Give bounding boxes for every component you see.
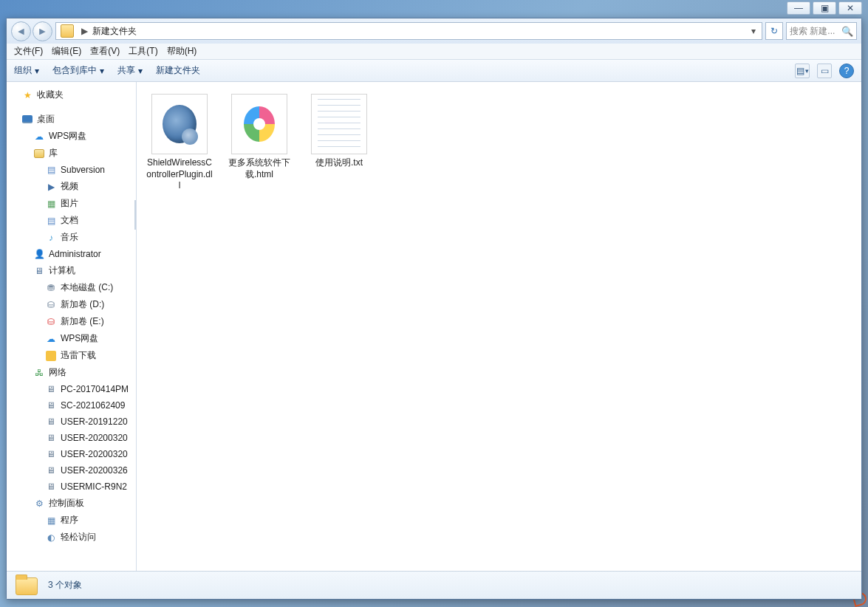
file-item[interactable]: 使用说明.txt bbox=[302, 91, 376, 195]
refresh-button[interactable]: ↻ bbox=[765, 22, 783, 40]
back-button[interactable]: ◄ bbox=[11, 21, 31, 41]
video-icon: ▶ bbox=[45, 181, 57, 193]
tree-library[interactable]: 库 bbox=[7, 145, 136, 162]
forward-button[interactable]: ► bbox=[33, 21, 52, 41]
navigation-pane[interactable]: ★收藏夹 桌面 ☁WPS网盘 库 ▤Subversion ▶视频 ▦图片 ▤文档… bbox=[7, 82, 137, 571]
thunder-icon bbox=[45, 350, 57, 362]
tree-ease[interactable]: ◐轻松访问 bbox=[7, 529, 136, 546]
control-panel-icon: ⚙ bbox=[33, 498, 45, 510]
view-mode-button[interactable]: ▤▾ bbox=[795, 64, 810, 78]
cloud-icon: ☁ bbox=[45, 333, 57, 345]
chevron-down-icon: ▾ bbox=[100, 66, 104, 76]
menu-help[interactable]: 帮助(H) bbox=[167, 45, 197, 58]
tree-ddrive[interactable]: ⛁新加卷 (D:) bbox=[7, 296, 136, 313]
tree-documents[interactable]: ▤文档 bbox=[7, 212, 136, 229]
picture-icon: ▦ bbox=[45, 198, 57, 210]
status-bar: 3 个对象 bbox=[7, 571, 861, 599]
user-icon: 👤 bbox=[33, 248, 45, 260]
window-controls: — ▣ ✕ bbox=[785, 1, 862, 15]
music-icon: ♪ bbox=[45, 232, 57, 244]
breadcrumb-current[interactable]: 新建文件夹 bbox=[92, 25, 137, 38]
file-item[interactable]: ShieldWirelessControllerPlugin.dll bbox=[143, 91, 216, 195]
splitter-handle[interactable] bbox=[134, 200, 137, 230]
dll-icon bbox=[151, 94, 208, 154]
tree-net-pc[interactable]: 🖥SC-2021062409 bbox=[7, 397, 136, 414]
search-icon: 🔍 bbox=[841, 26, 853, 37]
tree-video[interactable]: ▶视频 bbox=[7, 178, 136, 195]
tree-net-pc[interactable]: 🖥USER-20191220 bbox=[7, 414, 136, 430]
menu-bar: 文件(F) 编辑(E) 查看(V) 工具(T) 帮助(H) bbox=[7, 44, 861, 60]
desktop-icon bbox=[21, 114, 33, 126]
tree-desktop[interactable]: 桌面 bbox=[7, 111, 136, 128]
menu-tools[interactable]: 工具(T) bbox=[129, 45, 157, 58]
maximize-button[interactable]: ▣ bbox=[813, 1, 836, 15]
status-text: 3 个对象 bbox=[48, 579, 82, 591]
address-row: ◄ ► ▶ 新建文件夹 ▾ ↻ 搜索 新建... 🔍 bbox=[7, 18, 861, 44]
tree-net-pc[interactable]: 🖥USER-20200320 bbox=[7, 446, 136, 462]
html-icon bbox=[231, 94, 287, 154]
minimize-button[interactable]: — bbox=[787, 1, 810, 15]
search-input[interactable]: 搜索 新建... 🔍 bbox=[786, 22, 857, 40]
tree-thunder[interactable]: 迅雷下载 bbox=[7, 347, 136, 364]
cloud-icon: ☁ bbox=[33, 131, 45, 143]
help-button[interactable]: ? bbox=[839, 64, 854, 78]
tree-administrator[interactable]: 👤Administrator bbox=[7, 246, 136, 262]
cmd-share[interactable]: 共享▾ bbox=[117, 64, 143, 77]
file-name: 使用说明.txt bbox=[315, 157, 363, 169]
cmd-organize[interactable]: 组织▾ bbox=[14, 64, 39, 77]
tree-net-pc[interactable]: 🖥PC-20170414PM bbox=[7, 381, 136, 397]
txt-icon bbox=[311, 94, 367, 154]
tree-wps2[interactable]: ☁WPS网盘 bbox=[7, 330, 136, 347]
file-name: ShieldWirelessControllerPlugin.dll bbox=[146, 157, 213, 192]
preview-pane-button[interactable]: ▭ bbox=[817, 64, 832, 78]
pc-icon: 🖥 bbox=[45, 481, 57, 493]
network-icon: 🖧 bbox=[33, 367, 45, 379]
folder-icon bbox=[14, 575, 39, 597]
tree-net-pc[interactable]: 🖥USER-20200326 bbox=[7, 462, 136, 479]
pc-icon: 🖥 bbox=[45, 464, 57, 476]
address-bar[interactable]: ▶ 新建文件夹 ▾ bbox=[55, 22, 762, 40]
computer-icon: 🖥 bbox=[33, 265, 45, 277]
search-placeholder: 搜索 新建... bbox=[790, 25, 835, 38]
tree-net-pc[interactable]: 🖥USER-20200320 bbox=[7, 430, 136, 446]
chevron-down-icon: ▾ bbox=[138, 66, 143, 76]
breadcrumb-sep-icon: ▶ bbox=[81, 26, 88, 36]
menu-view[interactable]: 查看(V) bbox=[90, 45, 120, 58]
tree-music[interactable]: ♪音乐 bbox=[7, 229, 136, 246]
tree-wps[interactable]: ☁WPS网盘 bbox=[7, 128, 136, 145]
file-list[interactable]: ShieldWirelessControllerPlugin.dll 更多系统软… bbox=[137, 82, 861, 571]
explorer-window: — ▣ ✕ ◄ ► ▶ 新建文件夹 ▾ ↻ 搜索 新建... 🔍 文件(F) 编… bbox=[6, 18, 862, 600]
library-icon bbox=[33, 148, 45, 160]
tree-computer[interactable]: 🖥计算机 bbox=[7, 262, 136, 279]
ease-icon: ◐ bbox=[45, 532, 57, 543]
desktop-background bbox=[0, 0, 868, 18]
cmd-new-folder[interactable]: 新建文件夹 bbox=[156, 64, 200, 77]
tree-control-panel[interactable]: ⚙控制面板 bbox=[7, 495, 136, 512]
command-bar: 组织▾ 包含到库中▾ 共享▾ 新建文件夹 ▤▾ ▭ ? bbox=[7, 60, 861, 82]
tree-subversion[interactable]: ▤Subversion bbox=[7, 162, 136, 178]
file-item[interactable]: 更多系统软件下载.html bbox=[222, 91, 296, 195]
menu-edit[interactable]: 编辑(E) bbox=[52, 45, 81, 58]
drive-icon: ⛁ bbox=[45, 299, 57, 311]
tree-net-pc[interactable]: 🖥USERMIC-R9N2 bbox=[7, 479, 136, 495]
file-icon: ▤ bbox=[45, 164, 57, 176]
drive-icon: ⛃ bbox=[45, 282, 57, 294]
drive-icon: ⛁ bbox=[45, 316, 57, 328]
tree-edrive[interactable]: ⛁新加卷 (E:) bbox=[7, 313, 136, 330]
tree-programs[interactable]: ▦程序 bbox=[7, 512, 136, 529]
pc-icon: 🖥 bbox=[45, 416, 57, 428]
tree-favorites[interactable]: ★收藏夹 bbox=[7, 86, 136, 103]
address-dropdown-icon[interactable]: ▾ bbox=[747, 26, 760, 36]
tree-pictures[interactable]: ▦图片 bbox=[7, 195, 136, 212]
tree-network[interactable]: 🖧网络 bbox=[7, 364, 136, 381]
document-icon: ▤ bbox=[45, 215, 57, 227]
menu-file[interactable]: 文件(F) bbox=[14, 45, 43, 58]
star-icon: ★ bbox=[21, 89, 33, 101]
tree-cdrive[interactable]: ⛃本地磁盘 (C:) bbox=[7, 279, 136, 296]
folder-icon bbox=[61, 24, 74, 38]
pc-icon: 🖥 bbox=[45, 383, 57, 395]
pc-icon: 🖥 bbox=[45, 399, 57, 411]
cmd-include-library[interactable]: 包含到库中▾ bbox=[52, 64, 104, 77]
pc-icon: 🖥 bbox=[45, 448, 57, 460]
close-button[interactable]: ✕ bbox=[838, 1, 862, 15]
